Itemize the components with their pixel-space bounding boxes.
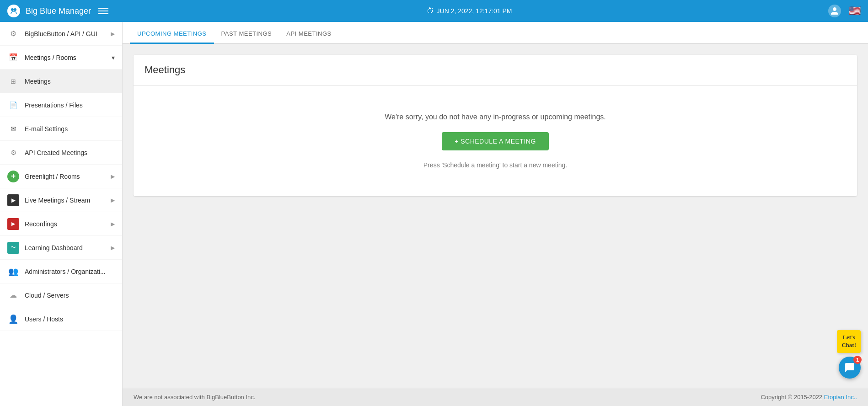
settings-icon: ⚙ — [7, 147, 19, 159]
sidebar: ⚙ BigBlueButton / API / GUI ▶ 📅 Meetings… — [0, 22, 123, 406]
meetings-card: Meetings We're sorry, you do not have an… — [134, 55, 857, 196]
sidebar-item-presentations[interactable]: 📄 Presentations / Files — [0, 93, 122, 117]
main-layout: ⚙ BigBlueButton / API / GUI ▶ 📅 Meetings… — [0, 22, 868, 406]
content-area: UPCOMING MEETINGS PAST MEETINGS API MEET… — [123, 22, 868, 406]
email-icon: ✉ — [7, 123, 19, 135]
brand-icon — [7, 5, 20, 17]
brand-title: Big Blue Manager — [26, 6, 91, 16]
sidebar-item-bigbluebutton[interactable]: ⚙ BigBlueButton / API / GUI ▶ — [0, 22, 122, 46]
tab-upcoming-meetings[interactable]: UPCOMING MEETINGS — [130, 30, 214, 44]
tab-api-meetings[interactable]: API MEETINGS — [279, 30, 338, 44]
sidebar-item-cloud-servers[interactable]: ☁ Cloud / Servers — [0, 283, 122, 307]
chat-bubble-button[interactable]: 1 — [839, 357, 861, 379]
grid-icon: ⊞ — [7, 75, 19, 87]
cloud-icon: ☁ — [7, 289, 19, 301]
file-icon: 📄 — [7, 99, 19, 111]
datetime-text: JUN 2, 2022, 12:17:01 PM — [437, 7, 512, 15]
sidebar-item-api-meetings[interactable]: ⚙ API Created Meetings — [0, 141, 122, 165]
hamburger-button[interactable] — [96, 6, 110, 16]
sidebar-item-meetings[interactable]: ⊞ Meetings — [0, 69, 122, 93]
person-icon: 👤 — [7, 313, 19, 325]
main-content: Meetings We're sorry, you do not have an… — [123, 44, 868, 388]
chat-badge: 1 — [853, 356, 862, 364]
meetings-card-header: Meetings — [134, 55, 857, 85]
footer-disclaimer: We are not associated with BigBlueButton… — [134, 394, 255, 401]
sidebar-item-email-settings[interactable]: ✉ E-mail Settings — [0, 117, 122, 141]
svg-point-0 — [11, 8, 14, 11]
chevron-down-icon: ▾ — [112, 54, 115, 61]
greenlight-icon: + — [7, 171, 19, 182]
chevron-right-icon-live: ▶ — [111, 197, 115, 203]
sidebar-item-users-hosts[interactable]: 👤 Users / Hosts — [0, 307, 122, 331]
tabs-bar: UPCOMING MEETINGS PAST MEETINGS API MEET… — [123, 22, 868, 44]
svg-point-1 — [14, 8, 16, 11]
calendar-icon: 📅 — [7, 52, 19, 64]
meetings-card-body: We're sorry, you do not have any in-prog… — [134, 85, 857, 196]
chevron-right-icon: ▶ — [111, 31, 115, 37]
sidebar-item-greenlight[interactable]: + Greenlight / Rooms ▶ — [0, 165, 122, 188]
chevron-right-icon-green: ▶ — [111, 173, 115, 180]
footer-link[interactable]: Etopian Inc.. — [824, 394, 857, 401]
empty-message: We're sorry, you do not have any in-prog… — [385, 113, 606, 121]
tab-past-meetings[interactable]: PAST MEETINGS — [214, 30, 279, 44]
sidebar-item-administrators[interactable]: 👥 Administrators / Organizati... — [0, 260, 122, 283]
chat-widget: Let's Chat! 1 — [837, 330, 861, 379]
sidebar-item-live-meetings[interactable]: ▶ Live Meetings / Stream ▶ — [0, 188, 122, 212]
user-avatar-button[interactable] — [828, 5, 841, 17]
meetings-card-title: Meetings — [145, 64, 846, 76]
footer: We are not associated with BigBlueButton… — [123, 388, 868, 406]
gear-icon: ⚙ — [7, 28, 19, 40]
schedule-meeting-button[interactable]: + SCHEDULE A MEETING — [442, 132, 549, 150]
chat-sticky-note: Let's Chat! — [837, 330, 861, 353]
recordings-icon: ▶ — [7, 218, 19, 230]
footer-copyright: Copyright © 2015-2022 Etopian Inc.. — [761, 394, 857, 401]
language-flag[interactable]: 🇺🇸 — [848, 5, 861, 17]
chevron-right-icon-dash: ▶ — [111, 245, 115, 251]
sidebar-item-meetings-rooms[interactable]: 📅 Meetings / Rooms ▾ — [0, 46, 122, 69]
press-hint: Press 'Schedule a meeting' to start a ne… — [423, 161, 567, 169]
chevron-right-icon-rec: ▶ — [111, 221, 115, 227]
topnav: Big Blue Manager ⏱ JUN 2, 2022, 12:17:01… — [0, 0, 868, 22]
people-icon: 👥 — [7, 266, 19, 278]
video-icon: ▶ — [7, 194, 19, 206]
sidebar-item-learning-dashboard[interactable]: 〜 Learning Dashboard ▶ — [0, 236, 122, 260]
dashboard-icon: 〜 — [7, 242, 19, 254]
sidebar-item-recordings[interactable]: ▶ Recordings ▶ — [0, 212, 122, 236]
datetime-display: ⏱ JUN 2, 2022, 12:17:01 PM — [427, 7, 512, 15]
